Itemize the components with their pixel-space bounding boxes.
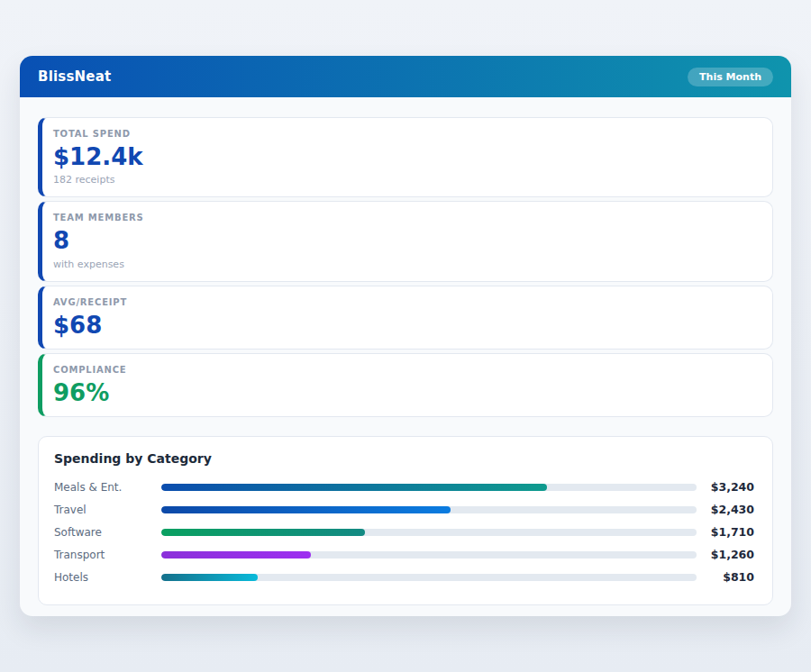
bar-track bbox=[161, 506, 697, 513]
chart-row: Meals & Ent. $3,240 bbox=[54, 476, 754, 498]
category-value: $1,260 bbox=[697, 548, 754, 561]
app-header: BlissNeat This Month bbox=[20, 56, 791, 97]
category-label: Transport bbox=[54, 549, 161, 561]
category-value: $1,710 bbox=[697, 525, 754, 539]
stat-card: COMPLIANCE 96% bbox=[38, 353, 773, 417]
bar-track bbox=[161, 551, 697, 558]
category-value: $2,430 bbox=[697, 503, 754, 516]
dashboard-panel: BlissNeat This Month TOTAL SPEND $12.4k … bbox=[20, 56, 791, 616]
stat-card: AVG/RECEIPT $68 bbox=[38, 286, 773, 350]
category-value: $810 bbox=[697, 570, 754, 584]
bar-fill bbox=[161, 574, 258, 581]
stat-label: TOTAL SPEND bbox=[53, 129, 758, 139]
period-badge[interactable]: This Month bbox=[688, 68, 773, 86]
stat-value: 8 bbox=[53, 229, 758, 253]
category-label: Meals & Ent. bbox=[54, 481, 161, 494]
stat-card: TEAM MEMBERS 8 with expenses bbox=[38, 201, 773, 281]
category-value: $3,240 bbox=[697, 480, 754, 494]
stats-section: TOTAL SPEND $12.4k 182 receipts TEAM MEM… bbox=[38, 117, 773, 417]
bar-fill bbox=[161, 506, 451, 513]
stat-value: $12.4k bbox=[53, 145, 758, 169]
stat-value: 96% bbox=[53, 381, 758, 405]
bar-track bbox=[161, 529, 697, 536]
chart-row: Travel $2,430 bbox=[54, 498, 754, 521]
category-label: Travel bbox=[54, 504, 161, 516]
stat-value: $68 bbox=[53, 313, 758, 338]
app-title: BlissNeat bbox=[38, 68, 111, 85]
bar-fill bbox=[161, 551, 311, 558]
bar-fill bbox=[161, 484, 547, 491]
bar-track bbox=[161, 574, 697, 581]
chart-row: Transport $1,260 bbox=[54, 543, 754, 566]
stat-sub: with expenses bbox=[53, 259, 758, 270]
stat-card: TOTAL SPEND $12.4k 182 receipts bbox=[38, 117, 773, 197]
stat-label: AVG/RECEIPT bbox=[53, 297, 758, 307]
spending-chart-card: Spending by Category Meals & Ent. $3,240… bbox=[38, 436, 773, 605]
category-label: Software bbox=[54, 526, 161, 539]
chart-row: Software $1,710 bbox=[54, 521, 754, 543]
bar-track bbox=[161, 484, 697, 491]
panel-body: TOTAL SPEND $12.4k 182 receipts TEAM MEM… bbox=[20, 97, 791, 616]
stat-label: TEAM MEMBERS bbox=[53, 213, 758, 222]
chart-title: Spending by Category bbox=[54, 451, 754, 466]
chart-rows: Meals & Ent. $3,240 Travel $2,430 Softwa… bbox=[54, 476, 754, 588]
stat-label: COMPLIANCE bbox=[53, 365, 758, 375]
chart-row: Hotels $810 bbox=[54, 566, 754, 588]
bar-fill bbox=[161, 529, 365, 536]
stat-sub: 182 receipts bbox=[53, 174, 758, 186]
category-label: Hotels bbox=[54, 571, 161, 584]
